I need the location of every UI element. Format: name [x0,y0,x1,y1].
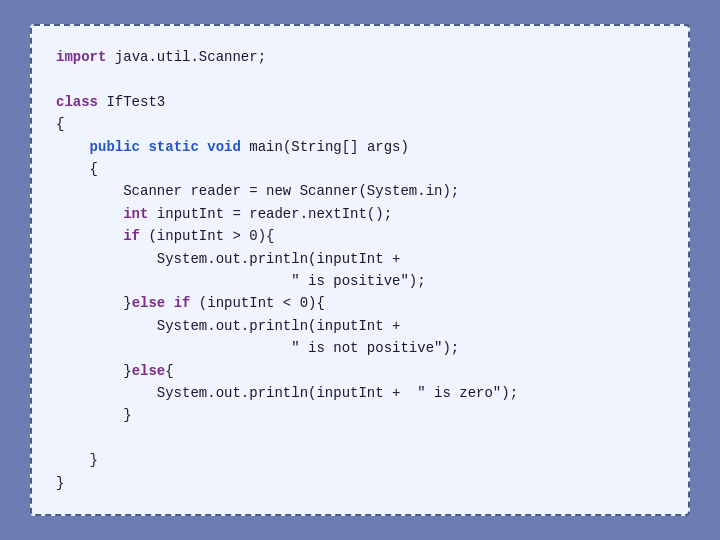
code-text: { System.out.println(inputInt + " is zer… [56,363,518,491]
keyword-else1: else [132,295,166,311]
keyword-class: class [56,94,98,110]
keyword-static: static [148,139,198,155]
keyword-else2: else [132,363,166,379]
keyword-if: if [123,228,140,244]
keyword-void: void [207,139,241,155]
code-text: java.util.Scanner; [106,49,266,65]
code-text [199,139,207,155]
code-text [165,295,173,311]
keyword-public: public [90,139,140,155]
code-block: import java.util.Scanner; class IfTest3 … [56,46,664,494]
keyword-import: import [56,49,106,65]
keyword-if2: if [174,295,191,311]
code-container: import java.util.Scanner; class IfTest3 … [30,24,690,516]
keyword-int: int [123,206,148,222]
